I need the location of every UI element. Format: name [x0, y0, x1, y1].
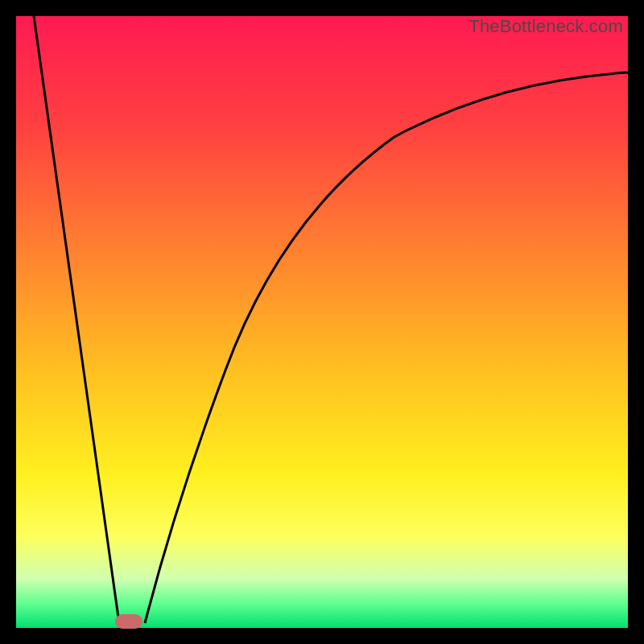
chart-plot-area: TheBottleneck.com [16, 16, 628, 628]
bottleneck-curve [16, 16, 628, 628]
optimal-point-marker [115, 614, 142, 629]
curve-right-branch [145, 72, 628, 623]
curve-left-branch [34, 16, 119, 623]
chart-frame: TheBottleneck.com [0, 0, 644, 644]
